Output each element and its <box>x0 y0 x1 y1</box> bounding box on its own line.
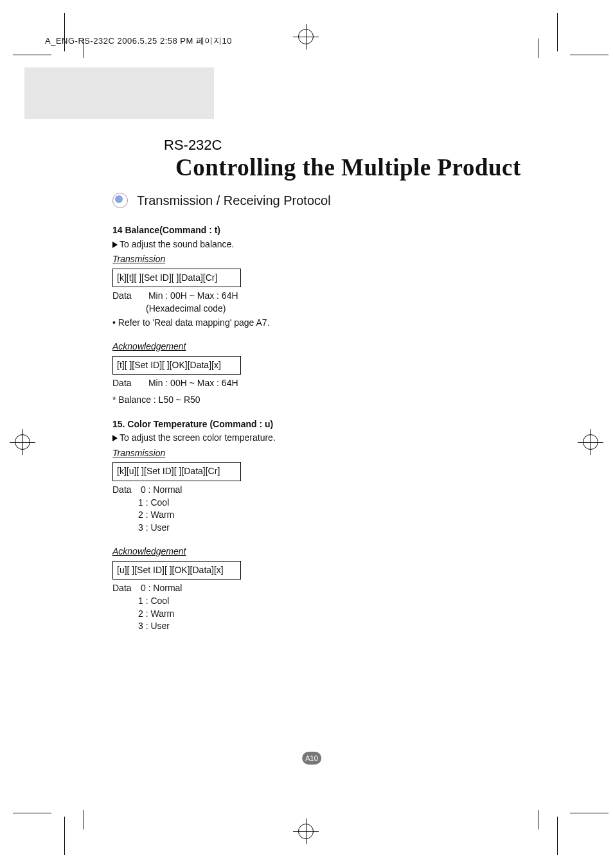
crop-mark <box>557 817 558 855</box>
data-note: (Hexadecimal code) <box>146 303 472 315</box>
transmission-frame: [k][u][ ][Set ID][ ][Data][Cr] <box>112 462 241 481</box>
crop-mark <box>570 813 609 813</box>
command-title: 14 Balance(Command : t) <box>112 224 472 237</box>
crop-mark <box>64 817 65 855</box>
crop-mark <box>557 13 558 51</box>
data-range: Min : 00H ~ Max : 64H <box>148 377 238 390</box>
ack-block: Acknowledgement [t][ ][Set ID][ ][OK][Da… <box>112 338 472 406</box>
data-row: Data Min : 00H ~ Max : 64H <box>112 290 472 303</box>
data-value: 0 : Normal <box>141 582 182 595</box>
section-title: Transmission / Receiving Protocol <box>137 193 331 208</box>
data-range: Min : 00H ~ Max : 64H <box>148 290 238 303</box>
content-body: 14 Balance(Command : t) To adjust the so… <box>112 222 472 644</box>
title-row: RS-232C Controlling the Multiple Product <box>164 137 562 181</box>
data-label: Data <box>112 290 146 303</box>
arrow-right-icon <box>112 242 118 248</box>
transmission-label: Transmission <box>112 253 165 266</box>
data-row: Data 0 : Normal <box>112 484 472 497</box>
ack-label: Acknowledgement <box>112 545 186 558</box>
data-label: Data <box>112 377 146 390</box>
crop-mark <box>13 55 51 55</box>
ack-label: Acknowledgement <box>112 341 186 353</box>
data-value: 1 : Cool <box>138 497 472 509</box>
register-mark-icon <box>293 819 319 844</box>
data-label: Data <box>112 484 138 497</box>
data-value: 3 : User <box>138 620 472 633</box>
command-title: 15. Color Temperature (Command : u) <box>112 418 472 431</box>
page-number: A10 <box>302 752 321 765</box>
command-description: To adjust the sound balance. <box>112 238 472 251</box>
page-number-wrap: A10 <box>302 752 321 765</box>
data-label: Data <box>112 582 138 595</box>
print-header-line: A_ENG-RS-232C 2006.5.25 2:58 PM 페이지10 <box>45 35 232 47</box>
ack-frame: [t][ ][Set ID][ ][OK][Data][x] <box>112 356 241 375</box>
description-text: To adjust the sound balance. <box>120 239 234 249</box>
subtitle: RS-232C <box>164 137 222 154</box>
crop-mark <box>538 810 538 829</box>
bullet-sphere-icon <box>112 193 128 208</box>
ack-block: Acknowledgement [u][ ][Set ID][ ][OK][Da… <box>112 543 472 633</box>
register-mark-icon <box>293 24 319 49</box>
description-text: To adjust the screen color temperature. <box>120 432 276 443</box>
command-15-block: 15. Color Temperature (Command : u) To a… <box>112 418 472 633</box>
page-content: RS-232C Controlling the Multiple Product… <box>64 55 559 806</box>
crop-mark <box>13 813 51 813</box>
command-description: To adjust the screen color temperature. <box>112 432 472 445</box>
register-mark-icon <box>578 429 603 455</box>
page-title: Controlling the Multiple Product <box>175 154 521 181</box>
data-value: 0 : Normal <box>141 484 182 497</box>
data-row: Data Min : 00H ~ Max : 64H <box>112 377 472 390</box>
reference-note: • Refer to 'Real data mapping' page A7. <box>112 317 472 330</box>
balance-note: * Balance : L50 ~ R50 <box>112 394 472 407</box>
register-mark-icon <box>10 429 35 455</box>
data-value: 1 : Cool <box>138 595 472 608</box>
transmission-label: Transmission <box>112 447 165 460</box>
ack-frame: [u][ ][Set ID][ ][OK][Data][x] <box>112 561 241 580</box>
data-value: 2 : Warm <box>138 509 472 522</box>
crop-mark <box>570 55 609 55</box>
section-header: Transmission / Receiving Protocol <box>112 193 331 208</box>
gray-header-box <box>24 67 214 119</box>
arrow-right-icon <box>112 435 118 441</box>
command-14-block: 14 Balance(Command : t) To adjust the so… <box>112 224 472 407</box>
transmission-frame: [k][t][ ][Set ID][ ][Data][Cr] <box>112 269 241 288</box>
data-row: Data 0 : Normal <box>112 582 472 595</box>
crop-mark <box>84 810 84 829</box>
data-value: 3 : User <box>138 522 472 535</box>
data-value: 2 : Warm <box>138 608 472 621</box>
